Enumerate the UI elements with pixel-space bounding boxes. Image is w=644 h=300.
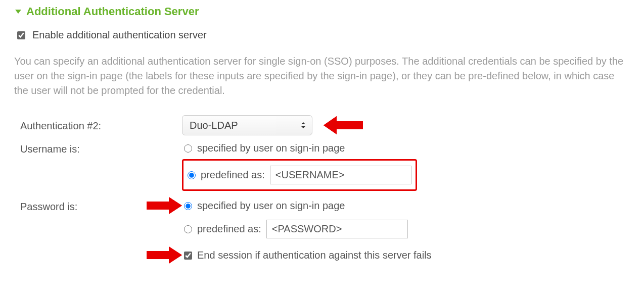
section-title: Additional Authentication Server (26, 5, 199, 18)
end-session-label: End session if authentication against th… (197, 249, 432, 261)
password-predefined-line: predefined as: (182, 216, 630, 242)
auth-select[interactable]: Duo-LDAP (182, 116, 312, 135)
form-grid: Authentication #2: Duo-LDAP Username is:… (20, 115, 630, 266)
username-specified-text: specified by user on sign-in page (197, 142, 345, 154)
arrow-icon (147, 246, 182, 264)
password-label: Password is: (20, 201, 77, 212)
description-text: You can specify an additional authentica… (14, 54, 626, 98)
section-header[interactable]: Additional Authentication Server (14, 5, 630, 18)
username-predefined-line: predefined as: (187, 163, 412, 187)
username-specified-line: specified by user on sign-in page (182, 138, 630, 158)
password-predefined-input[interactable] (266, 220, 408, 238)
password-specified-radio[interactable] (184, 202, 192, 210)
end-session-checkbox[interactable] (184, 252, 192, 260)
username-predefined-text: predefined as: (201, 169, 265, 181)
username-predefined-input[interactable] (270, 166, 411, 184)
auth-row: Authentication #2: Duo-LDAP (20, 115, 630, 135)
username-label: Username is: (20, 138, 182, 155)
password-specified-line: specified by user on sign-in page (182, 196, 630, 216)
enable-checkbox[interactable] (17, 31, 25, 39)
username-row: Username is: specified by user on sign-i… (20, 138, 630, 194)
arrow-icon (324, 116, 363, 134)
enable-label: Enable additional authentication server (32, 29, 207, 41)
password-predefined-text: predefined as: (197, 223, 261, 235)
auth-label: Authentication #2: (20, 115, 182, 132)
password-row: Password is: specified by user on sign-i… (20, 196, 630, 242)
password-specified-text: specified by user on sign-in page (197, 200, 345, 212)
password-predefined-radio[interactable] (184, 225, 192, 233)
arrow-icon (147, 197, 182, 214)
username-predefined-radio[interactable] (188, 171, 196, 179)
auth-select-wrap: Duo-LDAP (182, 115, 312, 135)
enable-row: Enable additional authentication server (17, 29, 630, 41)
end-session-row: End session if authentication against th… (20, 244, 630, 266)
chevron-down-icon (14, 9, 22, 15)
username-predefined-highlight: predefined as: (182, 159, 417, 191)
username-specified-radio[interactable] (184, 144, 192, 153)
end-session-line: End session if authentication against th… (182, 244, 630, 266)
